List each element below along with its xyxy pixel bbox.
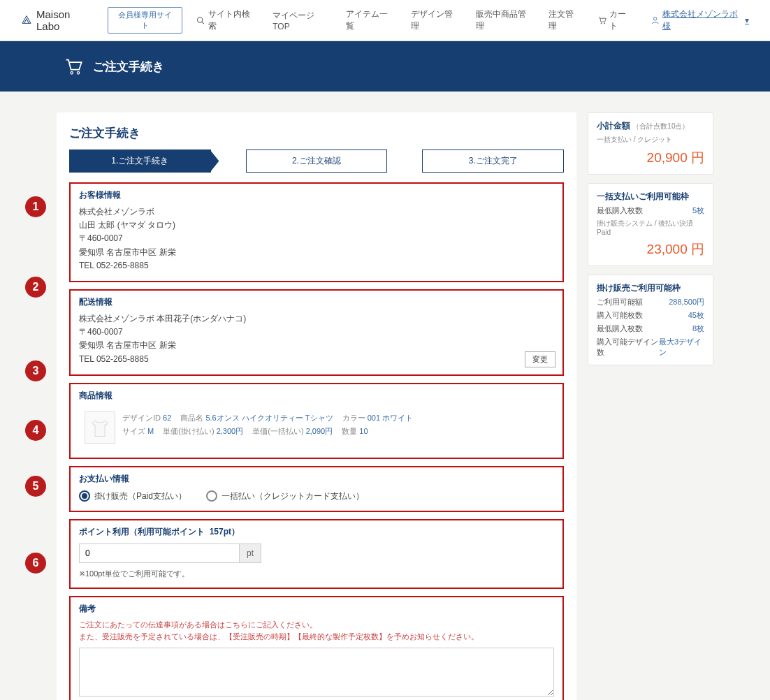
tshirt-icon — [90, 416, 110, 439]
annotation-badge-5: 5 — [25, 476, 46, 497]
customer-name: 山田 太郎 (ヤマダ タロウ) — [79, 219, 554, 232]
top-nav: サイト内検索 マイページTOP アイテム一覧 デザイン管理 販売中商品管理 注文… — [196, 8, 749, 32]
customer-heading: お客様情報 — [79, 189, 554, 201]
ikkatsu-card: 一括支払いご利用可能枠 最低購入枚数5枚 掛け販売システム / 後払い決済Pai… — [588, 183, 713, 266]
page-title: ご注文手続き — [69, 125, 564, 141]
nav-search[interactable]: サイト内検索 — [196, 8, 256, 32]
points-input[interactable] — [79, 544, 240, 563]
radio-icon — [79, 490, 90, 502]
svg-point-2 — [601, 23, 602, 24]
step-1: 1.ご注文手続き — [69, 150, 211, 173]
product-info-section: 商品情報 デザインID 62 商品名 5.6オンス ハイクオリティー Tシャツ … — [69, 383, 564, 459]
remarks-heading: 備考 — [79, 603, 554, 615]
shipping-change-button[interactable]: 変更 — [525, 351, 555, 367]
header: Maison Labo 会員様専用サイト サイト内検索 マイページTOP アイテ… — [0, 0, 770, 41]
nav-cart[interactable]: カート — [597, 8, 634, 32]
annotation-badge-1: 1 — [25, 196, 46, 217]
customer-address: 愛知県 名古屋市中区 新栄 — [79, 246, 554, 259]
nav-selling[interactable]: 販売中商品管理 — [476, 8, 532, 32]
points-section: ポイント利用（利用可能ポイント 157pt） pt ※100pt単位でご利用可能… — [69, 519, 564, 589]
product-heading: 商品情報 — [79, 390, 554, 402]
svg-point-3 — [604, 23, 605, 24]
chevron-down-icon: ▾ — [745, 15, 749, 25]
customer-company: 株式会社メゾンラボ — [79, 205, 554, 219]
remarks-note2: また、受注販売を予定されている場合は、【受注販売の時期】【最終的な製作予定枚数】… — [79, 631, 554, 643]
titlebar: ご注文手続き — [0, 41, 770, 92]
sidebar: 小計金額 （合計点数10点） 一括支払い / クレジット 20,900 円 一括… — [588, 112, 713, 365]
annotation-badge-2: 2 — [25, 277, 46, 298]
nav-mypage[interactable]: マイページTOP — [273, 10, 329, 31]
cart-icon — [64, 57, 83, 76]
shipping-address: 愛知県 名古屋市中区 新栄 — [79, 339, 554, 352]
nav-items[interactable]: アイテム一覧 — [346, 8, 394, 32]
logo[interactable]: Maison Labo — [21, 8, 94, 32]
subtotal-amount: 20,900 円 — [597, 149, 704, 167]
user-icon — [651, 15, 660, 25]
main-panel: ご注文手続き 1.ご注文手続き 2.ご注文確認 3.ご注文完了 1 お客様情報 … — [57, 112, 576, 700]
nav-design[interactable]: デザイン管理 — [411, 8, 459, 32]
step-2: 2.ご注文確認 — [246, 150, 388, 173]
customer-info-section: お客様情報 株式会社メゾンラボ 山田 太郎 (ヤマダ タロウ) 〒460-000… — [69, 182, 564, 282]
checkout-steps: 1.ご注文手続き 2.ご注文確認 3.ご注文完了 — [69, 150, 564, 173]
payment-heading: お支払い情報 — [79, 473, 554, 485]
payment-info-section: お支払い情報 掛け販売（Paid支払い） 一括払い（クレジットカード支払い） — [69, 466, 564, 512]
remarks-textarea[interactable] — [79, 648, 554, 697]
shipping-line1: 株式会社メゾンラボ 本田花子(ホンダハナコ) — [79, 312, 554, 326]
svg-point-6 — [77, 72, 80, 75]
ikkatsu-amount: 23,000 円 — [597, 240, 704, 258]
radio-icon — [206, 490, 217, 502]
logo-icon — [21, 14, 32, 27]
search-icon — [196, 16, 205, 25]
svg-point-5 — [71, 72, 73, 75]
shipping-info-section: 配送情報 株式会社メゾンラボ 本田花子(ホンダハナコ) 〒460-0007 愛知… — [69, 289, 564, 376]
product-meta: デザインID 62 商品名 5.6オンス ハイクオリティー Tシャツ カラー 0… — [122, 411, 420, 439]
product-thumbnail — [85, 411, 115, 444]
cart-icon — [597, 15, 606, 25]
logo-text: Maison Labo — [36, 8, 94, 32]
shipping-zip: 〒460-0007 — [79, 326, 554, 339]
member-site-button[interactable]: 会員様専用サイト — [108, 7, 182, 34]
nav-user[interactable]: 株式会社メゾンラボ様 ▾ — [651, 8, 750, 32]
points-note: ※100pt単位でご利用可能です。 — [79, 569, 554, 579]
annotation-badge-4: 4 — [25, 420, 46, 441]
nav-orders[interactable]: 注文管理 — [549, 8, 581, 32]
svg-point-0 — [198, 17, 203, 22]
step-3: 3.ご注文完了 — [422, 150, 564, 173]
payment-option-ikkatsu[interactable]: 一括払い（クレジットカード支払い） — [206, 490, 364, 502]
subtotal-card: 小計金額 （合計点数10点） 一括支払い / クレジット 20,900 円 — [588, 112, 713, 175]
annotation-badge-3: 3 — [25, 360, 46, 381]
shipping-tel: TEL 052-265-8885 — [79, 353, 554, 366]
payment-option-kake[interactable]: 掛け販売（Paid支払い） — [79, 490, 187, 502]
points-unit: pt — [240, 544, 261, 563]
remarks-note1: ご注文にあたっての伝達事項がある場合はこちらにご記入ください。 — [79, 619, 554, 632]
customer-zip: 〒460-0007 — [79, 232, 554, 245]
points-heading: ポイント利用（利用可能ポイント 157pt） — [79, 526, 554, 538]
customer-tel: TEL 052-265-8885 — [79, 259, 554, 272]
annotation-badge-6: 6 — [25, 553, 46, 574]
remarks-section: 備考 ご注文にあたっての伝達事項がある場合はこちらにご記入ください。 また、受注… — [69, 596, 564, 700]
page-title-bar: ご注文手続き — [93, 59, 164, 75]
svg-point-4 — [653, 17, 656, 20]
shipping-heading: 配送情報 — [79, 296, 554, 308]
kake-card: 掛け販売ご利用可能枠 ご利用可能額288,500円 購入可能枚数45枚 最低購入… — [588, 275, 713, 365]
svg-line-1 — [202, 22, 204, 24]
